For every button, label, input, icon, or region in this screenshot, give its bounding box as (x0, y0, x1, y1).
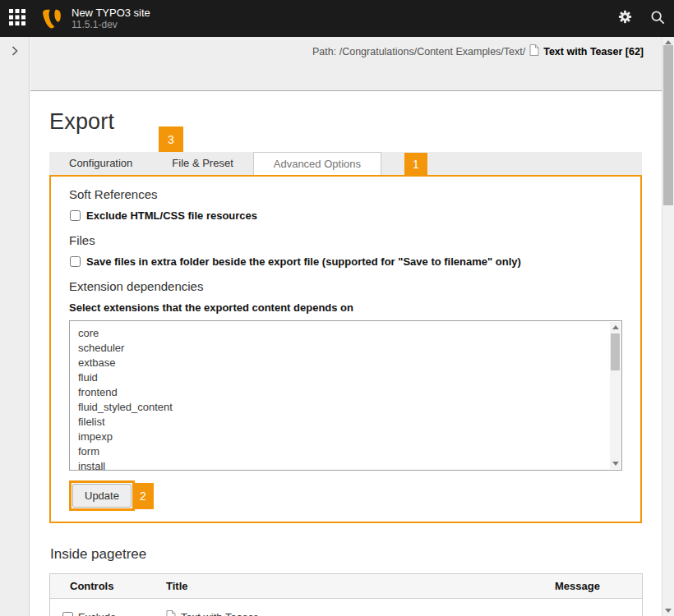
tab-configuration[interactable]: Configuration (49, 152, 152, 175)
extension-option-list: coreschedulerextbasefluidfrontendfluid_s… (70, 326, 610, 471)
module-content: Path: /Congratulations/Content Examples/… (30, 37, 662, 616)
extension-option[interactable]: impexp (70, 430, 610, 444)
tab-file-preset[interactable]: File & Preset (152, 152, 252, 175)
update-row: Update 2 (69, 480, 622, 511)
update-button-highlight: Update (69, 480, 135, 511)
column-message: Message (538, 580, 642, 592)
scroll-up-icon[interactable] (612, 325, 619, 329)
page-record-icon (529, 44, 539, 58)
extension-option[interactable]: form (70, 444, 610, 459)
typo3-backend: { "topbar": { "site_title": "New TYPO3 s… (0, 0, 674, 616)
page-scroll-up-icon[interactable] (665, 40, 672, 44)
typo3-logo-icon (41, 8, 62, 30)
record-title-link[interactable]: Text with Teaser [62] (543, 46, 644, 57)
export-tabbar: 3 Configuration File & Preset Advanced O… (49, 152, 642, 175)
search-button[interactable] (641, 0, 674, 37)
apps-grid-icon (9, 9, 25, 29)
extension-option[interactable]: fluid_styled_content (70, 400, 610, 415)
chevron-right-icon (12, 44, 18, 59)
exclude-record-label: Exclude (78, 611, 116, 616)
annotation-badge-3: 3 (159, 126, 183, 152)
topbar: New TYPO3 site 11.5.1-dev (0, 0, 674, 37)
annotation-badge-1: 1 (404, 153, 427, 175)
extension-option[interactable]: core (70, 326, 610, 341)
record-row-title: Text with Teaser (181, 611, 257, 616)
extension-option[interactable]: frontend (70, 385, 610, 400)
pagetree-table-header: Controls Title Message (50, 574, 642, 599)
inside-pagetree-heading: Inside pagetree (50, 546, 642, 563)
site-brand[interactable]: New TYPO3 site 11.5.1-dev (41, 7, 150, 31)
site-title: New TYPO3 site (72, 7, 150, 19)
exclude-htmlcss-checkbox[interactable] (70, 210, 81, 221)
extension-option[interactable]: scheduler (70, 341, 610, 356)
files-heading: Files (69, 233, 622, 247)
page-scrollbar[interactable] (662, 37, 674, 616)
settings-menu-button[interactable] (608, 0, 641, 37)
gear-icon (618, 10, 632, 27)
exclude-htmlcss-row: Exclude HTML/CSS file resources (69, 209, 622, 222)
page-title: Export (49, 109, 642, 135)
sidebar-expand-button[interactable] (0, 37, 30, 67)
content-element-icon (166, 610, 176, 616)
extension-select-label: Select extensions that the exported cont… (69, 301, 622, 314)
module-menu-toggle-button[interactable] (0, 0, 35, 37)
extension-select-scrollbar[interactable] (610, 322, 621, 469)
page-scroll-down-icon[interactable] (665, 609, 672, 613)
extension-option[interactable]: fluid (70, 370, 610, 385)
search-icon (650, 10, 665, 28)
tab-advanced-options[interactable]: Advanced Options (253, 152, 381, 175)
update-button[interactable]: Update (72, 484, 132, 508)
table-row: Exclude Text with Teaser (50, 599, 642, 616)
column-controls: Controls (50, 580, 166, 592)
save-files-checkbox[interactable] (70, 256, 81, 267)
extension-option[interactable]: install (70, 459, 610, 471)
scroll-down-icon[interactable] (612, 462, 619, 466)
extension-dependencies-heading: Extension dependencies (69, 279, 622, 293)
export-module-body: Export 3 Configuration File & Preset Adv… (30, 91, 662, 616)
record-path: Path: /Congratulations/Content Examples/… (312, 46, 525, 57)
extension-select-scroll-thumb[interactable] (611, 333, 620, 370)
save-files-row: Save files in extra folder beside the ex… (69, 255, 622, 268)
extension-option[interactable]: filelist (70, 415, 610, 430)
column-title: Title (166, 580, 538, 592)
typo3-version: 11.5.1-dev (72, 19, 150, 31)
page-scroll-thumb[interactable] (663, 45, 673, 205)
pagetree-table: Controls Title Message Exclude Tex (49, 573, 643, 616)
docheader: Path: /Congratulations/Content Examples/… (30, 37, 662, 91)
extension-option[interactable]: extbase (70, 356, 610, 370)
exclude-record-control: Exclude (50, 611, 166, 616)
advanced-options-panel: Soft References Exclude HTML/CSS file re… (49, 175, 642, 523)
exclude-htmlcss-label: Exclude HTML/CSS file resources (86, 209, 257, 222)
extension-select[interactable]: coreschedulerextbasefluidfrontendfluid_s… (69, 320, 622, 471)
collapsed-module-sidebar (0, 37, 30, 616)
exclude-record-checkbox[interactable] (62, 612, 73, 616)
annotation-badge-2: 2 (132, 483, 154, 509)
soft-references-heading: Soft References (69, 187, 622, 201)
save-files-label: Save files in extra folder beside the ex… (86, 255, 521, 268)
